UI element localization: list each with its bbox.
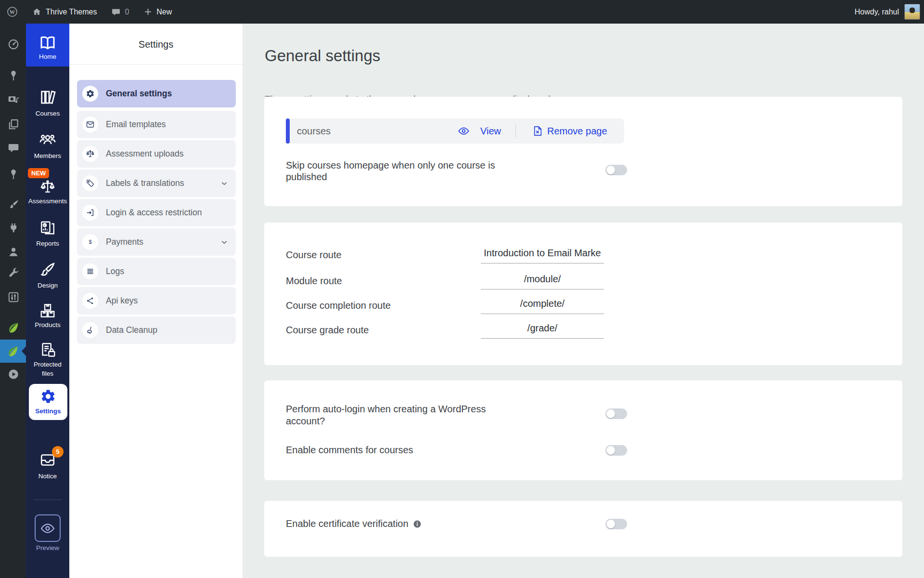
- network-icon: [82, 293, 98, 309]
- tools-wrench-icon[interactable]: [7, 267, 20, 279]
- sidebar-item-settings[interactable]: Settings: [29, 384, 67, 420]
- module-route-input[interactable]: [481, 272, 604, 289]
- chevron-down-icon[interactable]: [219, 179, 229, 188]
- enable-comments-toggle[interactable]: [605, 445, 627, 456]
- sidebar-item-members[interactable]: Members: [26, 131, 69, 160]
- appearance-brush-icon[interactable]: [7, 198, 20, 211]
- home-icon: [32, 7, 42, 17]
- account-greeting[interactable]: Howdy, rahul: [855, 8, 899, 16]
- sidebar-item-label: Members: [26, 151, 69, 160]
- info-icon[interactable]: [413, 520, 422, 528]
- nav-item-login-access[interactable]: Login & access restriction: [77, 199, 236, 226]
- nav-item-api-keys[interactable]: Api keys: [77, 287, 236, 315]
- route-row: Course completion route: [264, 295, 902, 317]
- eye-icon[interactable]: [458, 125, 470, 137]
- list-lines-icon: [82, 263, 98, 279]
- nav-item-payments[interactable]: Payments: [77, 228, 236, 256]
- dollar-icon: [82, 234, 98, 250]
- scale-icon: [82, 146, 98, 162]
- avatar[interactable]: [904, 4, 920, 20]
- pushpin-icon[interactable]: [7, 69, 20, 82]
- nav-item-label: Api keys: [106, 296, 138, 306]
- sidebar-item-preview[interactable]: [35, 514, 61, 542]
- remove-page-link[interactable]: Remove page: [547, 126, 607, 137]
- report-icon: [39, 219, 56, 236]
- sidebar-item-courses[interactable]: Courses: [26, 89, 69, 118]
- library-icon: [39, 89, 56, 106]
- route-label: Course completion route: [286, 300, 391, 311]
- main-content: General settings These settings apply to…: [243, 24, 924, 578]
- nav-item-label: Labels & translations: [106, 178, 184, 188]
- pushpin-icon[interactable]: [7, 168, 20, 181]
- site-menu[interactable]: Thrive Themes: [32, 7, 97, 17]
- course-page-card: courses View Remove page Skip courses ho…: [264, 97, 902, 206]
- pages-icon[interactable]: [7, 118, 20, 131]
- locked-document-icon: [39, 341, 56, 358]
- comments-icon[interactable]: [7, 142, 20, 154]
- route-label: Course route: [286, 250, 342, 261]
- plus-icon: [143, 7, 153, 16]
- nav-item-assessment-uploads[interactable]: Assessment uploads: [77, 140, 236, 168]
- sidebar-item-reports[interactable]: Reports: [26, 219, 69, 248]
- settings-nav-panel: Settings General settings Email template…: [69, 24, 243, 578]
- separator: [515, 125, 516, 137]
- certificate-label-row: Enable certificate verification: [286, 518, 422, 529]
- sidebar-item-label: Notice: [26, 472, 69, 481]
- nav-item-label: Email templates: [106, 119, 166, 130]
- nav-item-logs[interactable]: Logs: [77, 258, 236, 285]
- thrive-apprentice-leaf-icon: [7, 345, 19, 357]
- envelope-icon: [82, 117, 98, 132]
- certificate-toggle[interactable]: [605, 519, 627, 529]
- accent-bar: [286, 118, 290, 144]
- route-row: Course grade route: [264, 320, 902, 342]
- nav-item-label: Payments: [106, 237, 143, 247]
- nav-item-labels-translations[interactable]: Labels & translations: [77, 170, 236, 197]
- skip-homepage-label: Skip courses homepage when only one cour…: [286, 159, 517, 183]
- certificate-label: Enable certificate verification: [286, 518, 409, 529]
- dashboard-icon[interactable]: [7, 38, 20, 51]
- sidebar-item-label: Reports: [26, 239, 69, 248]
- comments-menu[interactable]: 0: [111, 7, 129, 17]
- sidebar-item-home[interactable]: Home: [26, 24, 69, 66]
- skip-homepage-toggle[interactable]: [605, 165, 627, 175]
- chevron-down-icon[interactable]: [219, 237, 229, 247]
- sidebar-item-protected-files[interactable]: Protected files: [26, 341, 69, 378]
- completion-route-input[interactable]: [481, 296, 604, 314]
- plugins-plug-icon[interactable]: [7, 222, 20, 234]
- sidebar-item-design[interactable]: Design: [26, 261, 69, 290]
- apprentice-sidebar: Home Courses Members NEW Assessments Rep…: [26, 24, 69, 578]
- nav-item-label: General settings: [106, 89, 172, 99]
- thrive-leaf-icon[interactable]: [7, 321, 20, 334]
- nav-item-label: Login & access restriction: [106, 208, 202, 218]
- sidebar-item-notice[interactable]: 5 Notice: [26, 451, 69, 481]
- auto-login-toggle[interactable]: [605, 408, 627, 419]
- media-icon[interactable]: [7, 93, 20, 106]
- nav-item-email-templates[interactable]: Email templates: [77, 111, 236, 138]
- page-title: General settings: [265, 47, 380, 65]
- sidebar-item-label: Home: [26, 52, 69, 61]
- boxes-icon: [39, 302, 56, 319]
- course-route-input[interactable]: [481, 246, 604, 263]
- new-content-menu[interactable]: New: [143, 7, 172, 16]
- video-play-icon[interactable]: [7, 368, 20, 381]
- nav-item-data-cleanup[interactable]: Data Cleanup: [77, 316, 236, 344]
- wp-admin-bar: Thrive Themes 0 New Howdy, rahul: [0, 0, 924, 24]
- view-link[interactable]: View: [480, 126, 501, 137]
- users-icon[interactable]: [7, 246, 20, 258]
- thrive-apprentice-rail-item[interactable]: [0, 340, 26, 363]
- scale-icon: [39, 179, 56, 195]
- remove-page-icon[interactable]: [532, 125, 544, 137]
- sidebar-item-products[interactable]: Products: [26, 302, 69, 329]
- certificate-card: Enable certificate verification: [264, 501, 902, 557]
- settings-sliders-icon[interactable]: [7, 291, 20, 303]
- brush-icon: [39, 261, 56, 278]
- grade-route-input[interactable]: [481, 321, 604, 339]
- routes-card: Course route Module route Course complet…: [264, 223, 902, 365]
- nav-item-general-settings[interactable]: General settings: [77, 80, 236, 107]
- sidebar-item-assessments[interactable]: NEW Assessments: [26, 179, 69, 206]
- wordpress-logo-icon[interactable]: [6, 6, 18, 18]
- book-icon: [38, 34, 57, 52]
- sidebar-item-label: Settings: [29, 407, 67, 416]
- route-row: Course route: [264, 245, 902, 267]
- comment-bubble-icon: [111, 7, 121, 17]
